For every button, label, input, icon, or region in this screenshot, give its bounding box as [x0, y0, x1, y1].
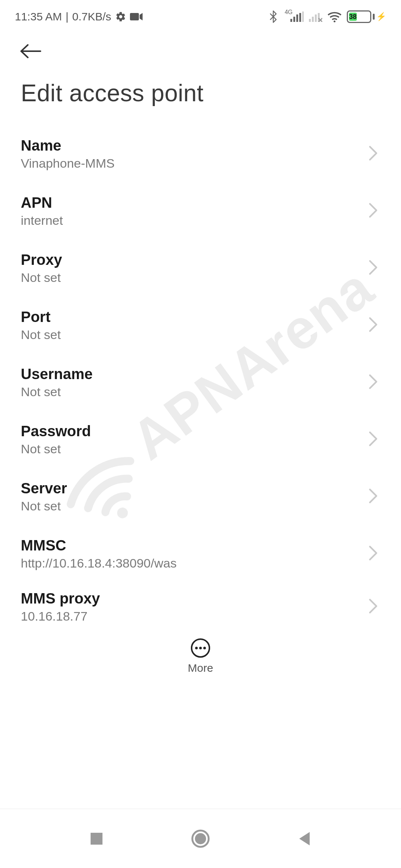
battery-indicator: 38 ⚡ [347, 10, 386, 23]
system-nav-bar [0, 809, 401, 868]
row-proxy-label: Proxy [21, 251, 62, 268]
svg-rect-8 [315, 14, 317, 22]
status-left: 11:35 AM | 0.7KB/s [15, 10, 143, 23]
row-username-value: Not set [21, 385, 92, 399]
status-bar: 11:35 AM | 0.7KB/s 4G 38 ⚡ [0, 0, 401, 27]
status-separator: | [66, 10, 69, 23]
row-mms-proxy-value: 10.16.18.77 [21, 609, 100, 624]
svg-rect-2 [293, 17, 295, 22]
status-right: 4G 38 ⚡ [269, 10, 386, 23]
chevron-right-icon [368, 145, 378, 162]
svg-rect-4 [299, 13, 301, 22]
arrow-left-icon [19, 43, 42, 59]
svg-rect-0 [130, 13, 139, 20]
signal-4g-label: 4G [285, 9, 293, 16]
svg-rect-1 [290, 19, 292, 22]
row-port[interactable]: Port Not set [21, 297, 394, 354]
more-label: More [188, 662, 213, 674]
svg-point-19 [195, 833, 206, 844]
chevron-right-icon [368, 374, 378, 391]
chevron-right-icon [368, 260, 378, 277]
svg-rect-7 [312, 17, 314, 22]
gear-icon [115, 11, 126, 22]
row-password-label: Password [21, 423, 91, 440]
svg-point-15 [199, 647, 202, 649]
wifi-icon [327, 11, 342, 22]
row-server-value: Not set [21, 499, 67, 513]
svg-point-14 [195, 647, 198, 649]
signal-sim1-icon: 4G [283, 11, 304, 22]
svg-rect-17 [91, 833, 102, 845]
status-net-speed: 0.7KB/s [72, 10, 111, 23]
row-apn-label: APN [21, 194, 63, 211]
row-password[interactable]: Password Not set [21, 411, 394, 468]
chevron-right-icon [368, 598, 378, 615]
square-icon [89, 831, 104, 846]
row-mms-proxy[interactable]: MMS proxy 10.16.18.77 [21, 582, 394, 631]
settings-list: Name Vinaphone-MMS APN internet Proxy No… [0, 122, 401, 631]
row-apn[interactable]: APN internet [21, 183, 394, 240]
app-bar [0, 27, 401, 68]
row-server[interactable]: Server Not set [21, 468, 394, 525]
chevron-right-icon [368, 203, 378, 220]
svg-point-16 [203, 647, 206, 649]
row-name[interactable]: Name Vinaphone-MMS [21, 125, 394, 183]
svg-rect-5 [302, 11, 304, 22]
bluetooth-icon [269, 10, 277, 23]
chevron-right-icon [368, 317, 378, 334]
chevron-right-icon [368, 488, 378, 505]
row-mmsc-value: http://10.16.18.4:38090/was [21, 556, 177, 571]
row-password-value: Not set [21, 442, 91, 456]
row-proxy-value: Not set [21, 270, 62, 285]
back-button[interactable] [17, 38, 44, 65]
row-username[interactable]: Username Not set [21, 354, 394, 411]
status-time: 11:35 AM [15, 10, 62, 23]
bottom-action-bar: More [0, 631, 401, 674]
row-server-label: Server [21, 480, 67, 497]
row-name-label: Name [21, 137, 115, 154]
charging-icon: ⚡ [376, 12, 386, 22]
svg-rect-6 [309, 19, 311, 22]
more-ellipsis-icon [190, 638, 211, 658]
nav-back-button[interactable] [286, 820, 323, 857]
row-apn-value: internet [21, 213, 63, 228]
video-camera-icon [130, 12, 143, 21]
row-mmsc[interactable]: MMSC http://10.16.18.4:38090/was [21, 525, 394, 582]
battery-percent: 38 [349, 13, 357, 21]
svg-point-10 [333, 20, 335, 22]
row-port-value: Not set [21, 328, 61, 342]
nav-home-button[interactable] [182, 820, 219, 857]
nav-recents-button[interactable] [78, 820, 115, 857]
chevron-right-icon [368, 431, 378, 448]
row-mmsc-label: MMSC [21, 537, 177, 554]
more-button[interactable]: More [188, 638, 213, 674]
circle-icon [191, 829, 210, 848]
row-username-label: Username [21, 366, 92, 382]
row-proxy[interactable]: Proxy Not set [21, 240, 394, 297]
svg-rect-3 [296, 14, 298, 22]
triangle-left-icon [297, 831, 312, 847]
row-name-value: Vinaphone-MMS [21, 156, 115, 171]
row-port-label: Port [21, 309, 61, 325]
signal-sim2-icon [309, 11, 322, 22]
chevron-right-icon [368, 545, 378, 562]
row-mms-proxy-label: MMS proxy [21, 590, 100, 607]
page-title: Edit access point [0, 68, 401, 122]
